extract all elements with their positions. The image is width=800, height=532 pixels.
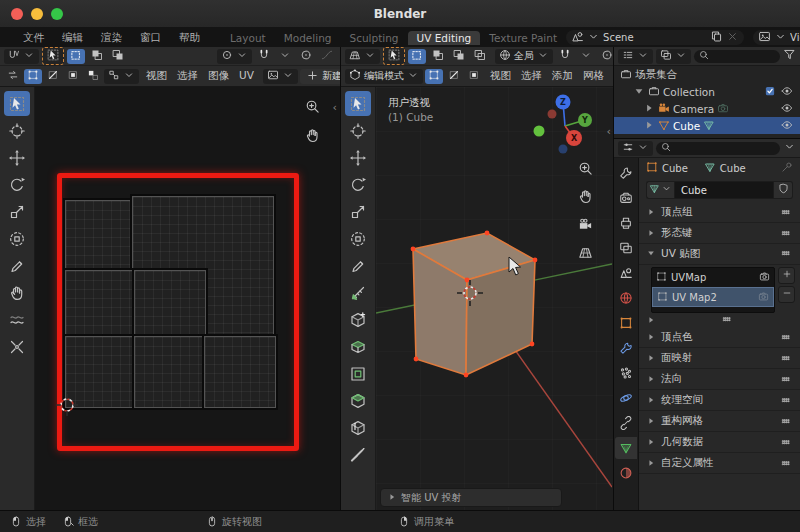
render-camera-toggle[interactable] bbox=[758, 291, 769, 304]
new-scene-button[interactable] bbox=[710, 30, 723, 46]
remove-uv-map-button[interactable] bbox=[778, 286, 795, 303]
vp-menu-0[interactable]: 视图 bbox=[485, 69, 516, 83]
properties-tab-output[interactable] bbox=[615, 212, 637, 234]
properties-panel[interactable]: 几何数据 bbox=[639, 432, 800, 453]
eye-icon[interactable] bbox=[781, 119, 793, 133]
uv-map-row-uvmap[interactable]: UVMap bbox=[652, 268, 774, 287]
render-camera-toggle[interactable] bbox=[759, 271, 770, 284]
uv-sticky-selection-dropdown[interactable] bbox=[104, 69, 139, 84]
axis-neg-y-ball[interactable] bbox=[534, 126, 545, 137]
vp-tool-transform[interactable] bbox=[345, 226, 371, 251]
uv-select-vertex-mode[interactable] bbox=[24, 69, 42, 84]
uv-island[interactable] bbox=[204, 336, 276, 408]
properties-panel[interactable]: 形态键 bbox=[639, 223, 800, 244]
vp-editor-type-button[interactable] bbox=[345, 49, 380, 64]
vp-mode-dropdown[interactable]: 编辑模式 bbox=[345, 69, 423, 84]
axis-neg-z-ball[interactable] bbox=[559, 145, 568, 154]
vp-tool-measure[interactable] bbox=[345, 280, 371, 305]
uv-tool-transform[interactable] bbox=[4, 226, 30, 251]
vp-tool-knife[interactable] bbox=[345, 442, 371, 467]
menubar-menu-2[interactable]: 渲染 bbox=[92, 31, 131, 45]
outliner-row-cube[interactable]: Cube bbox=[614, 117, 800, 134]
uv-tool-annotate[interactable] bbox=[4, 253, 30, 278]
uv-tool-move[interactable] bbox=[4, 145, 30, 170]
uv-select-mode-extend[interactable] bbox=[88, 49, 106, 64]
vp-select-mode-intersect[interactable] bbox=[471, 49, 489, 64]
properties-tab-object[interactable] bbox=[615, 312, 637, 334]
workspace-tab-modeling[interactable]: Modeling bbox=[275, 31, 341, 45]
zoom-window-button[interactable] bbox=[51, 8, 63, 20]
workspace-tab-layout[interactable]: Layout bbox=[221, 31, 275, 45]
vp-snap-toggle[interactable] bbox=[556, 49, 574, 64]
minimize-window-button[interactable] bbox=[31, 8, 43, 20]
uv-island[interactable] bbox=[65, 200, 134, 272]
properties-tab-particles[interactable] bbox=[615, 362, 637, 384]
uv-island[interactable] bbox=[134, 270, 206, 338]
properties-panel[interactable]: 顶点色 bbox=[639, 327, 800, 348]
uv-tool-cursor[interactable] bbox=[4, 118, 30, 143]
vp-tool-rotate[interactable] bbox=[345, 172, 371, 197]
vp-tool-loop-cut[interactable] bbox=[345, 415, 371, 440]
properties-panel[interactable]: 重构网格 bbox=[639, 411, 800, 432]
properties-tab-scene[interactable] bbox=[615, 262, 637, 284]
vp-tool-cursor[interactable] bbox=[345, 118, 371, 143]
uv-map-row-uvmap2[interactable]: UV Map2 bbox=[652, 287, 774, 307]
uv-select-edge-mode[interactable] bbox=[44, 69, 62, 84]
uv-menu-2[interactable]: 图像 bbox=[203, 69, 234, 83]
properties-panel[interactable]: 纹理空间 bbox=[639, 390, 800, 411]
eye-icon[interactable] bbox=[781, 85, 793, 99]
mesh-name-field[interactable]: Cube bbox=[674, 181, 774, 199]
uv-sidebar-toggle[interactable]: ‹ bbox=[333, 101, 337, 114]
eye-icon[interactable] bbox=[781, 102, 793, 116]
vp-tool-select-box[interactable] bbox=[345, 91, 371, 116]
properties-tab-physics[interactable] bbox=[615, 387, 637, 409]
vp-edge-select-mode[interactable] bbox=[445, 69, 463, 84]
workspace-tab-sculpting[interactable]: Sculpting bbox=[340, 31, 407, 45]
outliner-row-scene-collection[interactable]: 场景集合 bbox=[614, 66, 800, 83]
vp-tool-bevel[interactable] bbox=[345, 388, 371, 413]
vp-vertex-select-mode[interactable] bbox=[425, 69, 443, 84]
menubar-menu-0[interactable]: 文件 bbox=[14, 31, 53, 45]
vp-select-mode-subtract[interactable] bbox=[450, 49, 468, 64]
uv-select-face-mode[interactable] bbox=[64, 69, 82, 84]
uv-tool-grab[interactable] bbox=[4, 280, 30, 305]
operator-panel[interactable]: 智能 UV 投射 bbox=[380, 488, 562, 507]
add-uv-map-button[interactable] bbox=[778, 267, 795, 284]
vp-canvas[interactable]: 用户透视 (1) Cube Z Y bbox=[376, 87, 613, 510]
view-layer-selector[interactable]: View Layer bbox=[753, 30, 800, 45]
uv-tool-rotate[interactable] bbox=[4, 172, 30, 197]
vp-tool-inset[interactable] bbox=[345, 361, 371, 386]
vp-orientation-dropdown[interactable]: 全局 bbox=[495, 49, 553, 64]
properties-tab-data[interactable] bbox=[615, 437, 637, 459]
pan-gizmo[interactable] bbox=[305, 128, 320, 146]
uv-menu-3[interactable]: UV bbox=[234, 69, 259, 83]
uv-select-mode-new[interactable] bbox=[67, 49, 85, 64]
vp-gizmo-hand[interactable] bbox=[578, 189, 593, 207]
uv-proportional-toggle[interactable] bbox=[297, 49, 315, 64]
vp-menu-1[interactable]: 选择 bbox=[516, 69, 547, 83]
workspace-tab-texture-paint[interactable]: Texture Paint bbox=[480, 31, 566, 45]
scene-selector[interactable]: Scene bbox=[566, 30, 744, 45]
unlink-scene-button[interactable] bbox=[726, 30, 739, 46]
vp-gizmo-vp-camera[interactable] bbox=[578, 217, 593, 235]
filter-icon-button[interactable] bbox=[783, 48, 796, 64]
uv-snap-dropdown[interactable] bbox=[276, 49, 294, 64]
uv-new-image-button[interactable]: 新建 bbox=[300, 69, 340, 84]
vp-face-select-mode[interactable] bbox=[465, 69, 483, 84]
vp-tool-extrude[interactable] bbox=[345, 334, 371, 359]
outliner-row-collection[interactable]: Collection bbox=[614, 83, 800, 100]
uv-image-browse-dropdown[interactable] bbox=[263, 69, 298, 84]
outliner-display-mode-dropdown[interactable] bbox=[656, 49, 691, 64]
uv-active-tool-button[interactable] bbox=[42, 47, 64, 65]
menubar-menu-1[interactable]: 编辑 bbox=[53, 31, 92, 45]
uv-pivot-dropdown[interactable] bbox=[217, 49, 252, 64]
outliner-editor-type-button[interactable] bbox=[618, 49, 653, 64]
outliner-search-field[interactable] bbox=[694, 50, 780, 63]
vp-tool-annotate[interactable] bbox=[345, 253, 371, 278]
properties-tab-constraints[interactable] bbox=[615, 412, 637, 434]
uv-island[interactable] bbox=[134, 336, 204, 408]
uv-tool-select-box[interactable] bbox=[4, 91, 30, 116]
menubar-menu-3[interactable]: 窗口 bbox=[131, 31, 170, 45]
vp-menu-3[interactable]: 网格 bbox=[578, 69, 609, 83]
properties-tab-render[interactable] bbox=[615, 187, 637, 209]
